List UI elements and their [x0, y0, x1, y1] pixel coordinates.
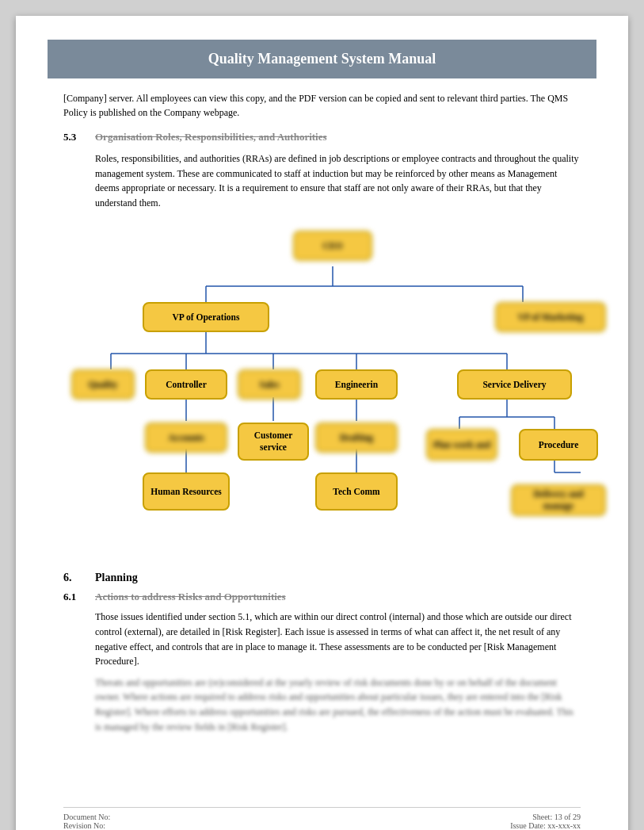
org-box-ceo: CEO: [293, 231, 372, 261]
org-box-procedure: Procedure: [519, 429, 598, 461]
section-6-1-title: Actions to address Risks and Opportuniti…: [95, 591, 286, 603]
org-box-drafting: Drafting: [315, 423, 398, 453]
org-box-delivery-manage: Delivery and manage: [511, 484, 606, 516]
section-6-1-num: 6.1: [63, 591, 95, 603]
org-box-vp-ops: VP of Operations: [143, 302, 269, 332]
section-6-header: 6. Planning: [63, 572, 581, 584]
org-box-service-delivery: Service Delivery: [457, 369, 572, 400]
org-box-accounts: Accounts: [145, 423, 227, 453]
page-header: Quality Management System Manual: [48, 40, 596, 78]
org-box-quality: Quality: [71, 369, 135, 400]
rev-no-label: Revision No:: [63, 821, 110, 830]
section-6-1-body2: Threats and opportunities are (re)consid…: [95, 675, 581, 734]
section-5-3-title: Organisation Roles, Responsibilities, an…: [95, 131, 327, 143]
org-box-engineering: Engineerin: [315, 369, 398, 400]
page: Quality Management System Manual [Compan…: [16, 16, 628, 830]
section-5-3-num: 5.3: [63, 131, 95, 143]
section-5-3-header: 5.3 Organisation Roles, Responsibilities…: [63, 131, 581, 143]
section-6-1-header: 6.1 Actions to address Risks and Opportu…: [63, 591, 581, 603]
org-box-vp-mkt: VP of Marketing: [495, 302, 606, 332]
sheet-label: Sheet: 13 of 29: [510, 813, 581, 821]
org-box-plan-work: Plan work and: [426, 429, 497, 461]
section-6-1-body1: Those issues identified under section 5.…: [95, 610, 581, 668]
org-chart: CEO VP of Operations VP of Marketing Qua…: [63, 223, 581, 556]
intro-text: [Company] server. All employees can view…: [63, 91, 581, 120]
section-6-num: 6.: [63, 572, 95, 584]
org-box-sales: Sales: [238, 369, 301, 400]
header-title: Quality Management System Manual: [208, 51, 436, 67]
doc-no-label: Document No:: [63, 813, 110, 821]
issue-label: Issue Date: xx-xxx-xx: [510, 821, 581, 830]
footer-left: Document No: Revision No:: [63, 813, 110, 830]
section-5-3-body: Roles, responsibilities, and authorities…: [95, 151, 581, 210]
org-box-tech-comm: Tech Comm: [315, 472, 398, 511]
org-box-human-resources: Human Resources: [143, 472, 230, 511]
footer-right: Sheet: 13 of 29 Issue Date: xx-xxx-xx: [510, 813, 581, 830]
org-box-customer-service: Customer service: [238, 423, 309, 461]
content-area: [Company] server. All employees can view…: [16, 78, 628, 750]
footer: Document No: Revision No: Sheet: 13 of 2…: [63, 807, 581, 830]
org-box-controller: Controller: [145, 369, 227, 400]
section-6-title: Planning: [95, 572, 138, 584]
